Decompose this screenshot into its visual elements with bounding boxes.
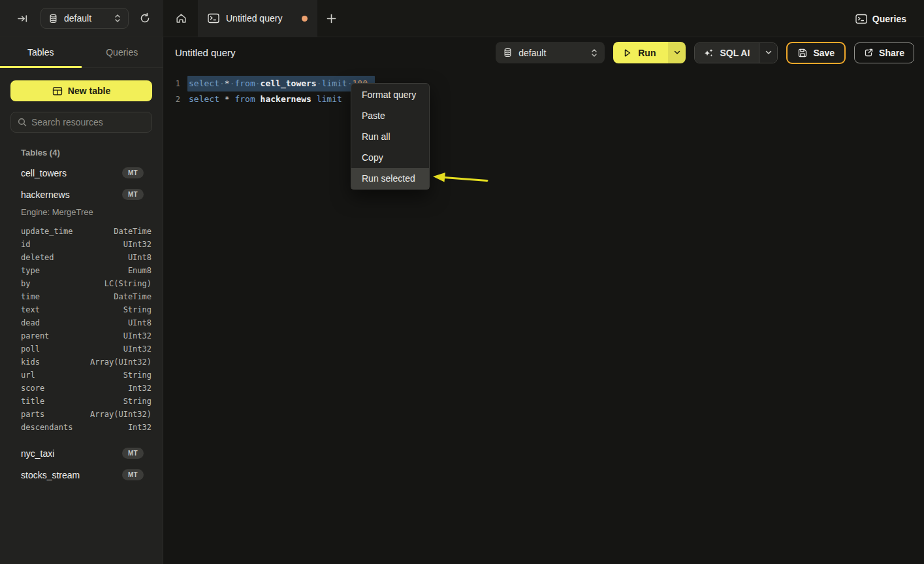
menu-item-run-all[interactable]: Run all	[351, 126, 429, 147]
topbar: default	[0, 0, 924, 37]
column-type: UInt32	[123, 331, 151, 340]
tables-list: cell_towersMThackernewsMTEngine: MergeTr…	[0, 162, 163, 486]
sidebar-tab-queries[interactable]: Queries	[82, 37, 163, 67]
toolbar-database-value: default	[518, 48, 585, 58]
menu-item-paste[interactable]: Paste	[351, 105, 429, 126]
code-line-2[interactable]: 2select * from hackernews limit	[163, 91, 924, 107]
column-name: id	[21, 240, 30, 249]
play-icon	[622, 48, 632, 58]
code-text: select * from hackernews limit	[189, 91, 347, 107]
main-panel: Untitled query default	[163, 37, 924, 564]
column-row: urlString	[0, 369, 163, 382]
unsaved-changes-dot	[302, 16, 308, 22]
column-type: UInt32	[123, 240, 151, 249]
topbar-right-section: Queries	[855, 0, 906, 37]
column-type: Int32	[128, 423, 151, 432]
save-floppy-icon	[797, 48, 808, 58]
column-row: typeEnum8	[0, 264, 163, 277]
sql-ai-button[interactable]: SQL AI	[695, 43, 759, 63]
column-name: title	[21, 397, 44, 406]
column-type: UInt8	[128, 318, 151, 327]
sql-ai-dropdown[interactable]	[759, 43, 777, 63]
chevron-down-icon	[674, 50, 680, 55]
menu-item-format-query[interactable]: Format query	[351, 84, 429, 105]
share-button[interactable]: Share	[854, 42, 914, 63]
refresh-icon	[139, 12, 151, 24]
column-row: titleString	[0, 395, 163, 408]
search-icon	[18, 118, 27, 127]
collapse-sidebar-icon	[17, 13, 28, 24]
column-name: type	[21, 266, 40, 275]
column-row: pollUInt32	[0, 342, 163, 356]
table-name: stocks_stream	[21, 470, 122, 480]
table-row-cell_towers[interactable]: cell_towersMT	[0, 162, 163, 184]
column-row: idUInt32	[0, 238, 163, 251]
table-name: nyc_taxi	[21, 448, 122, 459]
line-number: 1	[163, 76, 180, 91]
database-icon	[48, 14, 58, 24]
column-type: Array(UInt32)	[90, 357, 151, 367]
column-name: score	[21, 384, 44, 393]
collapse-sidebar-button[interactable]	[14, 10, 31, 27]
tab-untitled-query[interactable]: Untitled query	[198, 0, 317, 37]
topbar-left-section: default	[0, 0, 163, 37]
database-icon	[503, 48, 513, 58]
run-button-label: Run	[638, 48, 656, 58]
column-name: poll	[21, 344, 40, 354]
refresh-button[interactable]	[136, 10, 153, 27]
sidebar-tab-tables[interactable]: Tables	[0, 37, 82, 67]
column-name: descendants	[21, 423, 72, 432]
column-row: byLC(String)	[0, 277, 163, 290]
table-row-nyc_taxi[interactable]: nyc_taxiMT	[0, 442, 163, 464]
save-button[interactable]: Save	[786, 42, 846, 64]
column-row: parentUInt32	[0, 329, 163, 342]
query-toolbar: Untitled query default	[163, 37, 924, 68]
run-options-dropdown[interactable]	[668, 42, 686, 63]
code-line-1[interactable]: 1select·*·from·cell_towers·limit·100	[163, 76, 924, 91]
engine-badge: MT	[122, 469, 144, 480]
queries-terminal-icon	[855, 14, 867, 24]
column-type: Int32	[128, 384, 151, 393]
line-number: 2	[163, 91, 180, 107]
search-input[interactable]	[31, 117, 145, 127]
table-engine-label: Engine: MergeTree	[0, 205, 163, 220]
column-type: UInt32	[123, 344, 151, 354]
sql-ai-button-label: SQL AI	[720, 48, 750, 58]
sql-editor[interactable]: 1select·*·from·cell_towers·limit·1002sel…	[163, 68, 924, 564]
column-row: update_timeDateTime	[0, 225, 163, 238]
new-tab-button[interactable]	[324, 11, 339, 26]
column-type: String	[123, 371, 151, 380]
selected-code: select·*·from·cell_towers·limit·100	[187, 76, 375, 91]
save-button-label: Save	[813, 48, 835, 58]
column-row: textString	[0, 303, 163, 316]
sql-ai-button-group: SQL AI	[694, 42, 778, 63]
table-row-hackernews[interactable]: hackernewsMT	[0, 184, 163, 205]
run-button[interactable]: Run	[613, 42, 668, 63]
column-name: dead	[21, 318, 40, 327]
toolbar-database-selector[interactable]: default	[496, 42, 605, 63]
column-type: Enum8	[128, 266, 151, 275]
column-type: DateTime	[114, 227, 151, 236]
new-table-label: New table	[68, 86, 110, 96]
column-row: partsArray(UInt32)	[0, 408, 163, 421]
terminal-icon	[208, 13, 219, 24]
table-name: hackernews	[21, 190, 122, 200]
table-columns: update_timeDateTimeidUInt32deletedUInt8t…	[0, 225, 163, 434]
new-table-button[interactable]: New table	[10, 80, 152, 101]
queries-button-label: Queries	[872, 14, 906, 24]
home-button[interactable]	[172, 10, 190, 27]
column-row: deadUInt8	[0, 316, 163, 329]
tab-title: Untitled query	[226, 13, 295, 24]
column-name: time	[21, 292, 40, 301]
queries-button[interactable]: Queries	[855, 14, 906, 24]
menu-item-run-selected[interactable]: Run selected	[351, 168, 429, 189]
menu-item-copy[interactable]: Copy	[351, 147, 429, 168]
table-row-stocks_stream[interactable]: stocks_streamMT	[0, 464, 163, 486]
column-name: deleted	[21, 253, 54, 262]
sparkle-icon	[704, 48, 714, 58]
topbar-database-selector[interactable]: default	[40, 8, 129, 29]
active-tab-underline	[0, 66, 82, 68]
page-title: Untitled query	[175, 47, 236, 58]
column-name: parts	[21, 410, 44, 419]
engine-badge: MT	[122, 448, 144, 459]
